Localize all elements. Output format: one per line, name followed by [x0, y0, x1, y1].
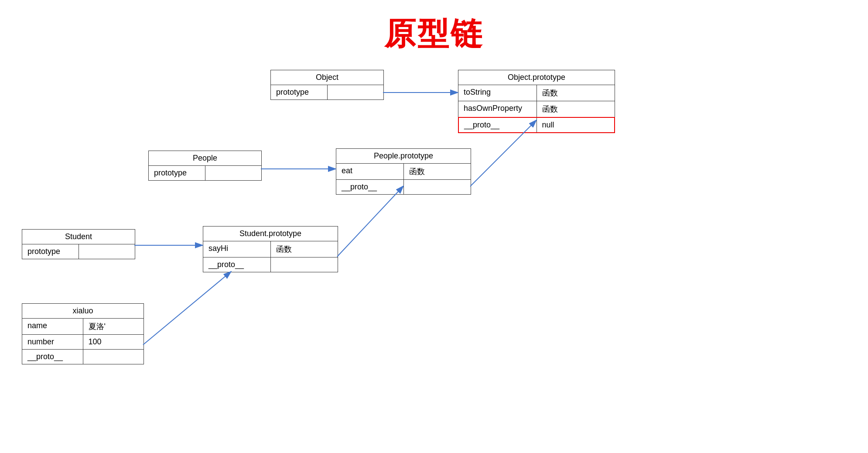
arrow-student-proto-to-people-proto [337, 186, 403, 257]
xialuo-number-value: 100 [83, 335, 144, 349]
people-prototype-box: People.prototype eat 函数 __proto__ [336, 148, 471, 195]
people-proto-label: __proto__ [336, 180, 404, 194]
object-header: Object [271, 70, 383, 85]
object-prototype-box: Object.prototype toString 函数 hasOwnPrope… [458, 70, 615, 133]
student-prototype-box: Student.prototype sayHi 函数 __proto__ [203, 226, 338, 272]
student-header: Student [22, 230, 135, 244]
people-prototype-row-eat: eat 函数 [336, 164, 471, 180]
people-proto-value [404, 180, 471, 194]
hasown-label: hasOwnProperty [458, 101, 537, 117]
sayhi-value: 函数 [271, 241, 338, 257]
student-prototype-value [79, 244, 135, 259]
tostring-value: 函数 [537, 85, 615, 101]
eat-label: eat [336, 164, 404, 179]
student-proto-label: __proto__ [203, 257, 271, 272]
tostring-label: toString [458, 85, 537, 101]
people-prototype-header: People.prototype [336, 149, 471, 164]
xialuo-proto-value [83, 350, 144, 364]
diagram-area: Object prototype Object.prototype toStri… [0, 57, 868, 450]
object-prototype-row-tostring: toString 函数 [458, 85, 615, 101]
people-row-prototype: prototype [149, 166, 261, 180]
xialuo-row-name: name 夏洛' [22, 319, 144, 335]
people-header: People [149, 151, 261, 166]
object-prototype-label: prototype [271, 85, 328, 100]
xialuo-name-label: name [22, 319, 83, 334]
student-box: Student prototype [22, 229, 135, 259]
object-box: Object prototype [270, 70, 384, 100]
xialuo-row-proto: __proto__ [22, 350, 144, 364]
object-proto-label: __proto__ [459, 118, 537, 132]
object-prototype-row-proto: __proto__ null [458, 117, 615, 133]
student-proto-value [271, 257, 338, 272]
student-prototype-row-proto: __proto__ [203, 257, 338, 272]
object-proto-value: null [537, 118, 615, 132]
object-prototype-header: Object.prototype [458, 70, 615, 85]
xialuo-box: xialuo name 夏洛' number 100 __proto__ [22, 303, 144, 364]
hasown-value: 函数 [537, 101, 615, 117]
people-prototype-label: prototype [149, 166, 205, 180]
xialuo-header: xialuo [22, 304, 144, 319]
sayhi-label: sayHi [203, 241, 271, 257]
eat-value: 函数 [404, 164, 471, 179]
xialuo-row-number: number 100 [22, 335, 144, 350]
people-prototype-row-proto: __proto__ [336, 180, 471, 194]
student-row-prototype: prototype [22, 244, 135, 259]
student-prototype-row-sayhi: sayHi 函数 [203, 241, 338, 257]
people-box: People prototype [148, 151, 262, 181]
object-prototype-row-hasown: hasOwnProperty 函数 [458, 101, 615, 117]
student-prototype-header: Student.prototype [203, 226, 338, 241]
xialuo-name-value: 夏洛' [83, 319, 144, 334]
student-prototype-label: prototype [22, 244, 79, 259]
object-row-prototype: prototype [271, 85, 383, 100]
xialuo-number-label: number [22, 335, 83, 349]
page-title: 原型链 [0, 0, 868, 55]
arrow-xialuo-to-student-proto [143, 271, 231, 345]
xialuo-proto-label: __proto__ [22, 350, 83, 364]
people-prototype-value [205, 166, 262, 180]
object-prototype-value [328, 85, 384, 100]
